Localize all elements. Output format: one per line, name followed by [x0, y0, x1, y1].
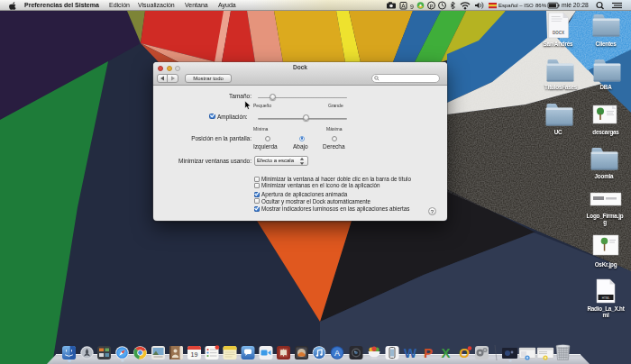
svg-text:HTML: HTML [602, 296, 610, 300]
svg-text:P: P [424, 345, 433, 360]
svg-text:W: W [404, 345, 417, 360]
svg-text:X: X [441, 345, 450, 360]
svg-text:9: 9 [410, 4, 414, 10]
svg-text:19: 19 [191, 351, 198, 358]
svg-text:A: A [334, 349, 340, 358]
svg-text:P: P [429, 4, 433, 9]
svg-text:A: A [401, 3, 406, 9]
svg-text:DOCX: DOCX [553, 31, 564, 35]
